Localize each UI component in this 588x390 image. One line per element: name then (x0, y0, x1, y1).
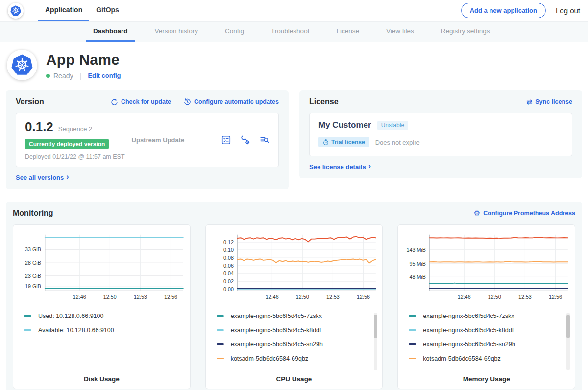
svg-text:19 GiB: 19 GiB (25, 283, 41, 289)
troubleshoot-wrench-icon[interactable] (240, 135, 250, 145)
logout-button[interactable]: Log out (556, 6, 580, 15)
app-status-row: Ready | Edit config (46, 72, 121, 80)
see-all-versions-link[interactable]: See all versions › (16, 173, 279, 181)
sync-license-link[interactable]: ⇄ Sync license (527, 98, 572, 106)
series-color-dash (409, 358, 416, 359)
series-color-dash (409, 343, 416, 345)
version-card-title: Version (16, 98, 44, 106)
legend-label: Available: 10.128.0.66:9100 (38, 327, 114, 334)
see-license-details-link[interactable]: See license details › (309, 163, 572, 171)
monitoring-title: Monitoring (13, 209, 53, 218)
subnav-troubleshoot[interactable]: Troubleshoot (264, 22, 316, 42)
view-logs-icon[interactable] (259, 135, 270, 145)
legend-label: Used: 10.128.0.66:9100 (38, 313, 103, 319)
cards-row: Version Check for update Configure autom… (0, 90, 588, 189)
svg-text:143 MiB: 143 MiB (407, 247, 426, 253)
preflight-checklist-icon[interactable] (221, 135, 231, 145)
kubernetes-logo-icon (8, 3, 24, 19)
series-color-dash (217, 343, 224, 345)
license-card: License ⇄ Sync license My Customer Unsta… (299, 90, 582, 178)
configure-prometheus-link[interactable]: ⚙ Configure Prometheus Address (474, 209, 575, 218)
legend-label: kotsadm-5db6dc6584-69qbz (423, 355, 500, 362)
current-version-box: 0.1.2 Sequence 2 Currently deployed vers… (16, 113, 279, 167)
legend-label: example-nginx-5bc6f5d4c5-k8ddf (231, 327, 321, 334)
legend-item: example-nginx-5bc6f5d4c5-7zskx (409, 313, 560, 319)
tab-application[interactable]: Application (38, 0, 89, 21)
charts-row: 33 GiB28 GiB23 GiB19 GiB12:4612:5012:531… (13, 224, 575, 389)
channel-badge: Unstable (377, 121, 408, 130)
svg-text:12:46: 12:46 (458, 294, 471, 300)
edit-config-link[interactable]: Edit config (88, 72, 121, 79)
legend-item: example-nginx-5bc6f5d4c5-k8ddf (217, 327, 368, 334)
top-nav-actions: Add a new application Log out (461, 0, 580, 21)
subnav-version-history[interactable]: Version history (148, 22, 205, 42)
stopwatch-icon (323, 139, 329, 145)
version-card-header: Version Check for update Configure autom… (16, 98, 279, 106)
svg-text:0.10: 0.10 (223, 247, 234, 253)
check-for-update-link[interactable]: Check for update (111, 98, 171, 106)
legend-label: example-nginx-5bc6f5d4c5-7zskx (231, 313, 322, 319)
monitoring-header: Monitoring ⚙ Configure Prometheus Addres… (13, 209, 575, 218)
add-application-button[interactable]: Add a new application (461, 3, 546, 18)
chart-title: Memory Usage (401, 375, 572, 383)
customer-name: My Customer (318, 121, 371, 130)
license-card-header: License ⇄ Sync license (309, 98, 572, 106)
series-color-dash (24, 329, 31, 331)
svg-text:12:56: 12:56 (164, 294, 177, 300)
svg-text:0.06: 0.06 (223, 263, 234, 268)
chart-title: Disk Usage (16, 375, 187, 383)
version-source-label: Upstream Update (125, 136, 221, 144)
svg-text:12:53: 12:53 (134, 294, 147, 300)
chart-card-cpu-usage: 0.120.100.080.060.040.020.0012:4612:5012… (205, 224, 383, 389)
chart-card-memory-usage: 143 MiB95 MiB48 MiB12:4612:5012:5312:56 … (397, 224, 575, 389)
legend-scrollbar-track (374, 313, 377, 370)
legend-item: example-nginx-5bc6f5d4c5-7zskx (217, 313, 368, 319)
version-number: 0.1.2 (25, 120, 53, 135)
chart-card-disk-usage: 33 GiB28 GiB23 GiB19 GiB12:4612:5012:531… (13, 224, 191, 389)
memory-usage-legend: example-nginx-5bc6f5d4c5-7zskxexample-ng… (409, 313, 572, 373)
series-color-dash (409, 329, 416, 331)
svg-text:12:46: 12:46 (265, 294, 278, 300)
legend-label: kotsadm-5db6dc6584-69qbz (231, 355, 308, 362)
svg-text:48 MiB: 48 MiB (410, 274, 426, 280)
svg-text:28 GiB: 28 GiB (25, 260, 41, 266)
legend-item: example-nginx-5bc6f5d4c5-sn29h (409, 341, 560, 348)
cpu-usage-legend: example-nginx-5bc6f5d4c5-7zskxexample-ng… (217, 313, 380, 373)
subnav-view-files[interactable]: View files (379, 22, 421, 42)
kots-admin-dashboard: Application GitOps Add a new application… (0, 0, 588, 390)
legend-scrollbar-thumb[interactable] (566, 315, 570, 338)
svg-text:12:46: 12:46 (73, 294, 86, 300)
legend-item: Used: 10.128.0.66:9100 (24, 313, 175, 319)
legend-item: example-nginx-5bc6f5d4c5-k8ddf (409, 327, 560, 334)
monitoring-section: Monitoring ⚙ Configure Prometheus Addres… (6, 202, 582, 390)
svg-text:0.08: 0.08 (223, 255, 234, 261)
series-color-dash (217, 358, 224, 359)
sequence-label: Sequence 2 (58, 125, 92, 133)
sync-arrows-icon: ⇄ (527, 98, 533, 106)
configure-automatic-updates-link[interactable]: Configure automatic updates (184, 98, 279, 106)
memory-usage-chart: 143 MiB95 MiB48 MiB12:4612:5012:5312:56 (401, 230, 572, 307)
chevron-right-icon: › (368, 162, 371, 170)
status-dot-icon (46, 74, 50, 78)
svg-text:95 MiB: 95 MiB (410, 261, 426, 267)
version-action-icons (221, 135, 270, 145)
top-nav: Application GitOps Add a new application… (0, 0, 588, 22)
license-expiry: Does not expire (375, 139, 420, 146)
tab-gitops[interactable]: GitOps (89, 0, 126, 21)
disk-usage-legend: Used: 10.128.0.66:9100Available: 10.128.… (24, 313, 187, 373)
svg-text:0.00: 0.00 (223, 286, 234, 292)
app-sub-nav: Dashboard Version history Config Trouble… (0, 22, 588, 42)
subnav-license[interactable]: License (329, 22, 366, 42)
legend-scrollbar-thumb[interactable] (374, 315, 377, 338)
app-header: App Name Ready | Edit config (0, 42, 588, 90)
home-logo-link[interactable] (8, 0, 24, 21)
legend-item: kotsadm-5db6dc6584-69qbz (409, 355, 560, 362)
svg-text:12:50: 12:50 (103, 294, 117, 300)
subnav-registry-settings[interactable]: Registry settings (434, 22, 497, 42)
subnav-dashboard[interactable]: Dashboard (86, 22, 135, 42)
version-details: 0.1.2 Sequence 2 Currently deployed vers… (25, 120, 125, 160)
subnav-config[interactable]: Config (218, 22, 251, 42)
svg-text:12:53: 12:53 (518, 294, 532, 300)
legend-scrollbar-track (566, 313, 570, 370)
svg-text:12:53: 12:53 (326, 294, 340, 300)
